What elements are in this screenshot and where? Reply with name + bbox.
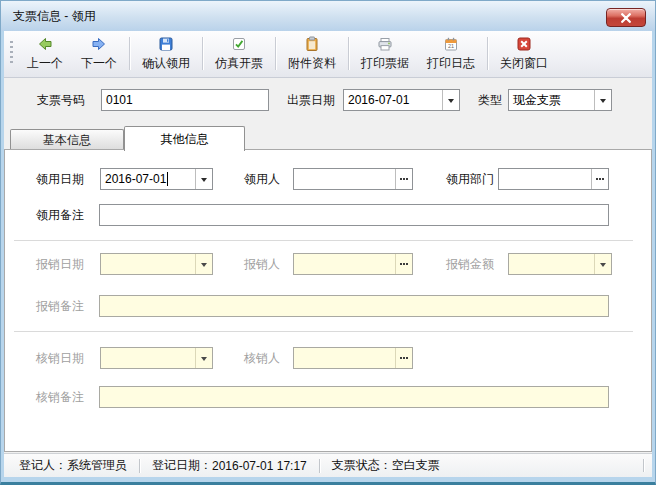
section-separator <box>14 331 633 332</box>
tab-basic-info[interactable]: 基本信息 <box>10 129 124 150</box>
check-info-window: 支票信息 - 领用 上一个 下一个 <box>0 0 656 485</box>
content-area: 支票号码 0101 出票日期 2016-07-01 类型 现金支票 基本信息 其… <box>4 78 652 453</box>
tab-label: 其他信息 <box>161 131 209 148</box>
toolbar-separator <box>275 37 276 70</box>
reimburse-date-combo <box>100 253 213 275</box>
other-info-tabpage: 领用日期 2016-07-01 领用人 领用部门 领用备注 <box>4 149 652 452</box>
statusbar: 登记人： 系统管理员 登记日期： 2016-07-01 17:17 支票状态： … <box>4 453 652 477</box>
reimburse-person-field <box>293 253 413 275</box>
claim-dept-label: 领用部门 <box>426 168 494 190</box>
window-close-button[interactable] <box>606 8 646 27</box>
writeoff-remark-label: 核销备注 <box>36 386 84 408</box>
dropdown-arrow-icon <box>594 254 611 274</box>
toolbar-button-simulate-invoice[interactable]: 仿真开票 <box>206 33 272 74</box>
toolbar-separator <box>348 37 349 70</box>
tab-other-info[interactable]: 其他信息 <box>124 126 245 151</box>
toolbar-button-close-window[interactable]: 关闭窗口 <box>491 33 557 74</box>
print-icon <box>377 36 393 52</box>
type-value: 现金支票 <box>513 92 561 109</box>
reimburse-remark-input <box>99 295 609 317</box>
arrow-right-icon <box>91 36 107 52</box>
toolbar-separator <box>487 37 488 70</box>
ellipsis-glyph <box>599 178 601 180</box>
toolbar-button-print-log[interactable]: 21 打印日志 <box>418 33 484 74</box>
reimburse-amount-combo <box>508 253 612 275</box>
ellipsis-glyph <box>403 263 405 265</box>
toolbar: 上一个 下一个 确认领用 <box>4 31 652 78</box>
ellipsis-glyph <box>403 178 405 180</box>
issue-date-value: 2016-07-01 <box>348 93 409 107</box>
statusbar-separator <box>139 459 140 473</box>
claim-person-label: 领用人 <box>230 168 280 190</box>
dropdown-arrow-glyph <box>448 99 454 106</box>
toolbar-grip[interactable] <box>10 41 13 66</box>
close-icon <box>516 36 532 52</box>
check-number-label: 支票号码 <box>37 89 85 111</box>
toolbar-button-label: 附件资料 <box>288 55 336 72</box>
check-number-input[interactable]: 0101 <box>101 89 269 111</box>
dropdown-arrow-icon <box>195 254 212 274</box>
section-separator <box>14 240 633 241</box>
dropdown-arrow-icon[interactable] <box>594 90 611 110</box>
claim-person-field[interactable] <box>293 168 413 190</box>
save-icon <box>158 36 174 52</box>
toolbar-button-label: 仿真开票 <box>215 55 263 72</box>
dropdown-arrow-icon <box>195 348 212 368</box>
writeoff-date-combo <box>100 347 213 369</box>
toolbar-button-label: 确认领用 <box>142 55 190 72</box>
writeoff-person-label: 核销人 <box>230 347 280 369</box>
claim-date-label: 领用日期 <box>36 168 84 190</box>
toolbar-button-label: 打印日志 <box>427 55 475 72</box>
ellipsis-icon <box>395 348 412 368</box>
ellipsis-glyph <box>403 357 405 359</box>
titlebar: 支票信息 - 领用 <box>1 1 655 31</box>
reimburse-date-label: 报销日期 <box>36 253 84 275</box>
reimburse-person-label: 报销人 <box>230 253 280 275</box>
claim-dept-field[interactable] <box>498 168 609 190</box>
dropdown-arrow-glyph <box>201 357 207 364</box>
toolbar-button-print-receipt[interactable]: 打印票据 <box>352 33 418 74</box>
reimburse-remark-label: 报销备注 <box>36 295 84 317</box>
dropdown-arrow-icon[interactable] <box>442 90 459 110</box>
arrow-left-icon <box>37 36 53 52</box>
registrant-value: 系统管理员 <box>67 457 127 474</box>
tab-label: 基本信息 <box>43 132 91 149</box>
dropdown-arrow-glyph <box>201 263 207 270</box>
window-title: 支票信息 - 领用 <box>13 8 606 25</box>
issue-date-combo[interactable]: 2016-07-01 <box>343 89 460 111</box>
statusbar-grip <box>643 459 644 472</box>
print-log-icon: 21 <box>443 36 459 52</box>
claim-remark-input[interactable] <box>99 204 609 226</box>
toolbar-button-label: 打印票据 <box>361 55 409 72</box>
issue-date-label: 出票日期 <box>287 89 335 111</box>
claim-date-combo[interactable]: 2016-07-01 <box>100 168 213 190</box>
toolbar-button-attachments[interactable]: 附件资料 <box>279 33 345 74</box>
calendar-day-text: 21 <box>448 43 454 49</box>
window-close-icon <box>620 13 632 23</box>
type-combo[interactable]: 现金支票 <box>508 89 612 111</box>
window-bottom-border <box>1 477 655 482</box>
window-body: 上一个 下一个 确认领用 <box>4 31 652 477</box>
toolbar-button-confirm-claim[interactable]: 确认领用 <box>133 33 199 74</box>
dropdown-arrow-icon[interactable] <box>195 169 212 189</box>
writeoff-remark-input <box>99 386 609 408</box>
check-number-value: 0101 <box>106 93 133 107</box>
ellipsis-icon[interactable] <box>395 169 412 189</box>
toolbar-button-next[interactable]: 下一个 <box>72 33 126 74</box>
claim-remark-label: 领用备注 <box>36 204 84 226</box>
ellipsis-icon[interactable] <box>591 169 608 189</box>
statusbar-separator <box>319 459 320 473</box>
toolbar-button-label: 上一个 <box>27 55 63 72</box>
check-status-label: 支票状态： <box>332 457 392 474</box>
register-date-label: 登记日期： <box>152 457 212 474</box>
toolbar-button-previous[interactable]: 上一个 <box>18 33 72 74</box>
invoice-check-icon <box>231 36 247 52</box>
toolbar-button-label: 下一个 <box>81 55 117 72</box>
claim-date-value: 2016-07-01 <box>105 172 166 186</box>
text-caret <box>167 172 168 186</box>
writeoff-person-field <box>293 347 413 369</box>
registrant-label: 登记人： <box>19 457 67 474</box>
dropdown-arrow-glyph <box>201 178 207 185</box>
reimburse-amount-label: 报销金额 <box>426 253 494 275</box>
toolbar-separator <box>129 37 130 70</box>
